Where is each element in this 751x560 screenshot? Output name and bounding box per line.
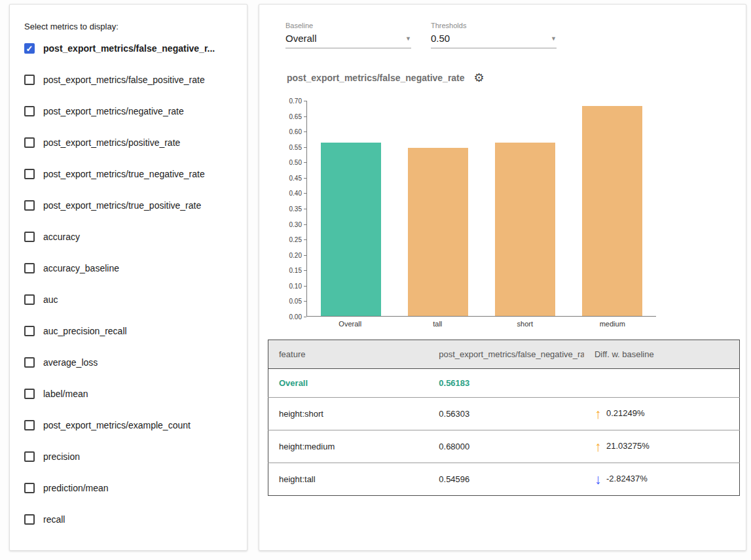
metrics-table: featurepost_export_metrics/false_negativ… — [268, 340, 740, 496]
controls-bar: Baseline Overall ▼ Thresholds 0.50 ▼ — [285, 22, 746, 48]
table-row: height:tall0.54596↓ -2.82437% — [268, 463, 740, 496]
metric-label: auc_precision_recall — [43, 326, 127, 336]
feature-cell: height:short — [268, 398, 429, 430]
metric-checkbox-item[interactable]: post_export_metrics/false_positive_rate — [24, 64, 238, 96]
y-axis-tick-mark — [304, 239, 306, 240]
metric-checkbox-item[interactable]: auc — [24, 284, 238, 315]
baseline-dropdown-label: Baseline — [285, 22, 411, 29]
y-axis-tick-label: 0.10 — [289, 282, 302, 289]
y-axis-tick-mark — [304, 101, 306, 101]
checkbox-checked-icon[interactable]: ✓ — [24, 43, 35, 54]
y-axis-tick-label: 0.60 — [289, 128, 302, 135]
settings-gear-icon[interactable]: ⚙ — [474, 72, 485, 84]
x-axis-label: Overall — [320, 320, 380, 328]
checkbox-unchecked-icon[interactable] — [24, 420, 35, 430]
metric-checkbox-item[interactable]: post_export_metrics/positive_rate — [24, 127, 238, 158]
metric-label: post_export_metrics/positive_rate — [43, 137, 180, 148]
diff-value: 0.21249% — [604, 408, 644, 418]
chart-header: post_export_metrics/false_negative_rate … — [287, 72, 746, 84]
checkbox-unchecked-icon[interactable] — [24, 451, 35, 462]
chevron-down-icon: ▼ — [551, 35, 557, 42]
checkbox-unchecked-icon[interactable] — [24, 263, 35, 273]
y-axis-tick-mark — [304, 255, 306, 256]
up-arrow-icon: ↑ — [595, 407, 602, 421]
y-axis-tick-label: 0.35 — [289, 205, 302, 213]
checkbox-unchecked-icon[interactable] — [24, 200, 35, 211]
table-header-row: featurepost_export_metrics/false_negativ… — [268, 340, 740, 369]
checkbox-unchecked-icon[interactable] — [24, 232, 35, 242]
metric-checkbox-item[interactable]: label/mean — [24, 378, 238, 410]
checkbox-unchecked-icon[interactable] — [24, 357, 35, 368]
chart-bar-overall[interactable] — [321, 143, 381, 316]
y-axis-tick-label: 0.40 — [289, 190, 302, 197]
y-axis-tick-mark — [304, 209, 306, 209]
metric-checkbox-item[interactable]: ✓post_export_metrics/false_negative_r... — [24, 33, 238, 64]
y-axis-tick-mark — [304, 301, 306, 302]
metric-value-cell: 0.56183 — [428, 369, 584, 398]
baseline-dropdown[interactable]: Baseline Overall ▼ — [285, 22, 411, 48]
checkbox-unchecked-icon[interactable] — [24, 389, 35, 399]
checkbox-unchecked-icon[interactable] — [24, 326, 35, 336]
bar-chart: 0.000.050.100.150.200.250.300.350.400.45… — [285, 101, 746, 328]
diff-cell: ↑ 0.21249% — [584, 398, 740, 430]
metric-value-cell: 0.54596 — [428, 463, 584, 496]
metric-checkbox-item[interactable]: average_loss — [24, 347, 238, 378]
metric-selection-panel: Select metrics to display: ✓post_export_… — [9, 4, 247, 551]
metric-checkbox-item[interactable]: post_export_metrics/example_count — [24, 410, 238, 441]
table-header-cell: Diff. w. baseline — [584, 340, 740, 369]
checkbox-unchecked-icon[interactable] — [24, 137, 35, 148]
chevron-down-icon: ▼ — [405, 35, 411, 42]
table-row: height:medium0.68000↑ 21.03275% — [268, 430, 740, 463]
table-header-cell: post_export_metrics/false_negative_rat..… — [428, 340, 584, 369]
down-arrow-icon: ↓ — [595, 472, 602, 486]
metric-label: auc — [43, 294, 58, 305]
checkbox-unchecked-icon[interactable] — [24, 294, 35, 305]
thresholds-dropdown-label: Thresholds — [431, 22, 557, 29]
fairness-metrics-page: Select metrics to display: ✓post_export_… — [0, 0, 751, 560]
table-body: Overall0.56183height:short0.56303↑ 0.212… — [268, 369, 740, 496]
thresholds-dropdown-value: 0.50 — [431, 33, 450, 44]
metric-label: post_export_metrics/example_count — [43, 420, 191, 430]
metric-checkbox-item[interactable]: auc_precision_recall — [24, 315, 238, 347]
metric-label: accuracy_baseline — [43, 263, 119, 273]
metric-checkbox-item[interactable]: accuracy — [24, 221, 238, 253]
metric-checkbox-item[interactable]: recall — [24, 504, 238, 535]
diff-cell: ↓ -2.82437% — [584, 463, 740, 496]
y-axis: 0.000.050.100.150.200.250.300.350.400.45… — [285, 101, 306, 317]
metric-checkbox-item[interactable]: post_export_metrics/true_positive_rate — [24, 190, 238, 221]
metric-label: prediction/mean — [43, 483, 109, 493]
checkbox-unchecked-icon[interactable] — [24, 514, 35, 525]
y-axis-tick-label: 0.00 — [289, 313, 302, 321]
y-axis-tick-mark — [304, 193, 306, 194]
y-axis-tick-label: 0.50 — [289, 159, 302, 166]
metric-label: post_export_metrics/false_positive_rate — [43, 75, 205, 85]
chart-bar-short[interactable] — [495, 143, 555, 316]
table-header-cell: feature — [268, 340, 429, 369]
chart-bar-tall[interactable] — [408, 148, 468, 316]
results-panel: Baseline Overall ▼ Thresholds 0.50 ▼ pos… — [259, 4, 746, 551]
metric-label: post_export_metrics/negative_rate — [43, 106, 184, 116]
metric-checkbox-item[interactable]: prediction/mean — [24, 472, 238, 504]
metric-label: precision — [43, 451, 80, 462]
x-axis-label: medium — [582, 320, 642, 328]
metric-label: recall — [43, 514, 65, 525]
thresholds-dropdown-field[interactable]: 0.50 ▼ — [431, 33, 557, 48]
chart-bar-medium[interactable] — [582, 106, 642, 316]
metric-checkbox-item[interactable]: post_export_metrics/negative_rate — [24, 96, 238, 127]
y-axis-tick-mark — [304, 178, 306, 179]
metric-checkbox-item[interactable]: post_export_metrics/true_negative_rate — [24, 158, 238, 190]
checkbox-unchecked-icon[interactable] — [24, 483, 35, 493]
thresholds-dropdown[interactable]: Thresholds 0.50 ▼ — [431, 22, 557, 48]
metric-checkbox-item[interactable]: precision — [24, 441, 238, 472]
checkbox-unchecked-icon[interactable] — [24, 75, 35, 85]
y-axis-tick-mark — [304, 147, 306, 148]
metric-checkbox-item[interactable]: accuracy_baseline — [24, 253, 238, 284]
baseline-dropdown-field[interactable]: Overall ▼ — [285, 33, 411, 48]
y-axis-tick-label: 0.20 — [289, 251, 302, 258]
checkbox-unchecked-icon[interactable] — [24, 169, 35, 179]
y-axis-tick-label: 0.25 — [289, 236, 302, 243]
checkbox-unchecked-icon[interactable] — [24, 106, 35, 116]
y-axis-tick-mark — [304, 286, 306, 287]
diff-value: -2.82437% — [604, 474, 648, 483]
table-row: height:short0.56303↑ 0.21249% — [268, 398, 740, 430]
